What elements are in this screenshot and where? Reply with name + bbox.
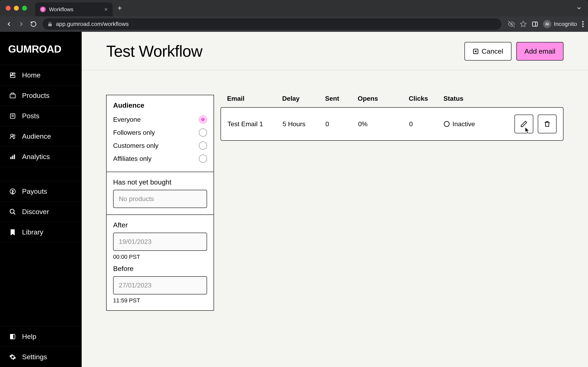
after-hint: 00:00 PST (113, 254, 207, 260)
svg-point-7 (582, 23, 584, 25)
forward-button[interactable] (16, 19, 26, 29)
sidebar: GUMROAD Home Products Posts Audience Ana… (0, 32, 82, 367)
after-input[interactable]: 19/01/2023 (113, 233, 207, 251)
incognito-icon (543, 20, 551, 28)
cell-clicks: 0 (409, 120, 444, 128)
panel-icon[interactable] (532, 21, 538, 27)
address-bar[interactable]: app.gumroad.com/workflows (43, 18, 502, 30)
audience-option-affiliates[interactable]: Affiliates only (113, 152, 207, 165)
cell-opens: 0% (358, 120, 409, 128)
col-delay: Delay (282, 95, 325, 102)
delete-button[interactable] (538, 115, 557, 133)
new-tab-button[interactable]: + (118, 4, 122, 12)
traffic-lights (0, 6, 27, 11)
menu-icon[interactable] (582, 21, 584, 27)
filter-card: Audience Everyone Followers only Custome… (106, 95, 214, 311)
audience-heading: Audience (113, 101, 207, 109)
audience-option-customers[interactable]: Customers only (113, 139, 207, 152)
lock-icon (47, 21, 53, 27)
svg-point-16 (11, 134, 13, 136)
sidebar-item-discover[interactable]: Discover (0, 201, 82, 222)
browser-toolbar: app.gumroad.com/workflows Incognito (0, 16, 588, 32)
back-button[interactable] (4, 19, 14, 29)
radio-icon[interactable] (199, 115, 207, 124)
svg-point-8 (582, 26, 584, 27)
after-label: After (113, 221, 207, 229)
sidebar-item-audience[interactable]: Audience (0, 126, 82, 146)
radio-icon[interactable] (199, 128, 207, 137)
add-email-button[interactable]: Add email (516, 42, 563, 60)
svg-line-23 (13, 213, 15, 215)
svg-marker-1 (520, 21, 526, 27)
svg-point-6 (582, 21, 584, 22)
browser-tab[interactable]: G Workflows × (35, 2, 113, 16)
favicon-icon: G (40, 7, 46, 12)
svg-rect-10 (13, 73, 15, 74)
radio-label: Followers only (113, 129, 155, 136)
radio-icon[interactable] (199, 142, 207, 150)
sidebar-item-posts[interactable]: Posts (0, 106, 82, 126)
sidebar-item-label: Audience (22, 132, 51, 140)
sidebar-item-products[interactable]: Products (0, 85, 82, 106)
status-circle-icon (444, 121, 450, 127)
sidebar-item-label: Home (22, 71, 41, 79)
incognito-badge[interactable]: Incognito (543, 20, 577, 28)
reload-button[interactable] (29, 19, 38, 29)
svg-rect-9 (10, 73, 12, 75)
svg-rect-11 (10, 75, 15, 77)
bookmark-icon (9, 229, 16, 236)
sidebar-item-label: Posts (22, 112, 39, 120)
audience-option-everyone[interactable]: Everyone (113, 113, 207, 126)
svg-point-17 (13, 134, 15, 136)
not-bought-input[interactable]: No products (113, 190, 207, 208)
brand-logo[interactable]: GUMROAD (0, 32, 82, 65)
audience-icon (9, 133, 16, 140)
sidebar-item-label: Discover (22, 208, 49, 216)
sidebar-item-label: Products (22, 92, 49, 100)
posts-icon (9, 112, 16, 120)
svg-rect-18 (10, 157, 12, 159)
audience-option-followers[interactable]: Followers only (113, 126, 207, 139)
tabs-dropdown-icon[interactable] (576, 5, 582, 11)
window-minimize-icon[interactable] (14, 6, 19, 11)
brand-logo-text: GUMROAD (8, 43, 73, 55)
table-header-row: Email Delay Sent Opens Clicks Status (221, 95, 563, 107)
edit-button[interactable] (515, 115, 533, 133)
before-hint: 11:59 PST (113, 297, 207, 304)
cancel-label: Cancel (482, 47, 503, 55)
window-close-icon[interactable] (6, 6, 11, 11)
sidebar-item-analytics[interactable]: Analytics (0, 146, 82, 167)
star-icon[interactable] (520, 21, 527, 27)
svg-rect-19 (12, 156, 13, 159)
radio-label: Everyone (113, 116, 141, 123)
home-icon (9, 72, 16, 79)
sidebar-item-label: Settings (22, 353, 47, 361)
radio-label: Affiliates only (113, 155, 151, 162)
svg-point-5 (547, 24, 549, 25)
date-range-section: After 19/01/2023 00:00 PST Before 27/01/… (107, 215, 214, 310)
sidebar-item-settings[interactable]: Settings (0, 347, 82, 367)
cell-delay: 5 Hours (283, 120, 325, 128)
col-sent: Sent (325, 95, 358, 102)
sidebar-item-label: Payouts (22, 187, 47, 195)
status-text: Inactive (452, 120, 475, 128)
cell-email: Test Email 1 (227, 120, 283, 128)
tab-close-icon[interactable]: × (104, 6, 108, 13)
sidebar-item-home[interactable]: Home (0, 65, 82, 85)
close-square-icon (473, 48, 479, 54)
col-status: Status (443, 95, 557, 102)
before-input[interactable]: 27/01/2023 (113, 276, 207, 294)
svg-rect-2 (532, 22, 537, 26)
eye-off-icon[interactable] (508, 21, 515, 27)
col-opens: Opens (358, 95, 409, 102)
cancel-button[interactable]: Cancel (465, 42, 511, 60)
page-header: Test Workflow Cancel Add email (82, 32, 588, 70)
radio-icon[interactable] (199, 155, 207, 163)
not-bought-label: Has not yet bought (113, 178, 207, 186)
sidebar-item-payouts[interactable]: Payouts (0, 181, 82, 201)
sidebar-item-library[interactable]: Library (0, 222, 82, 242)
sidebar-item-help[interactable]: Help (0, 326, 82, 347)
search-icon (9, 208, 16, 216)
table-row[interactable]: Test Email 1 5 Hours 0 0% 0 Inactive (221, 107, 563, 141)
window-zoom-icon[interactable] (22, 6, 27, 11)
